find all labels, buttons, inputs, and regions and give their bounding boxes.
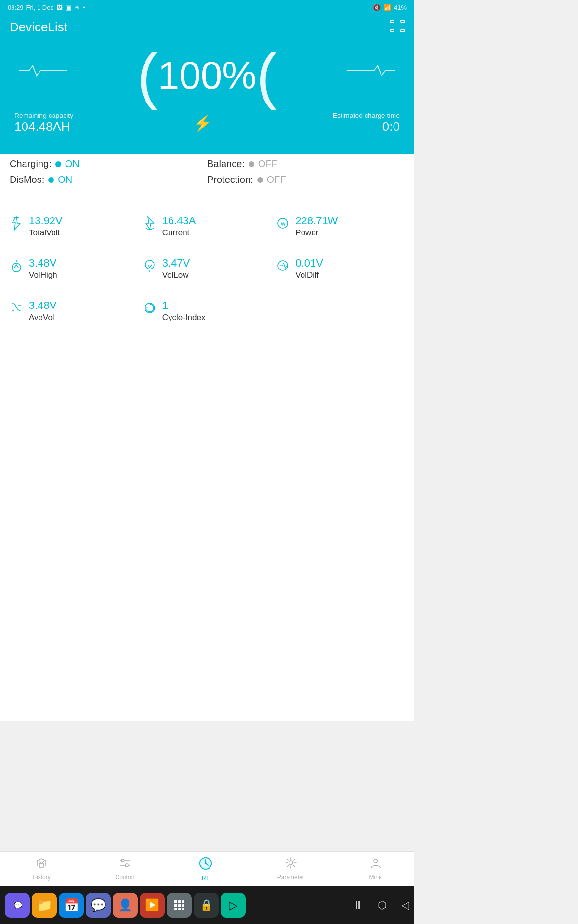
balance-dot [249,161,254,167]
totalvolt-value: 13.92V [29,215,63,227]
dot-indicator: • [83,4,85,11]
charge-time: Estimated charge time 0:0 [333,112,400,134]
taskbar-controls: ⏸ ⬡ ◁ [353,899,409,911]
recents-btn[interactable]: ◁ [401,899,409,911]
bracket-right: ) [256,44,277,107]
svg-rect-2 [390,30,394,32]
svg-rect-37 [174,908,177,910]
svg-rect-3 [401,30,405,32]
svg-rect-0 [390,20,394,22]
dismos-dot [48,177,54,183]
metric-voldiff: 0.01V VolDiff [276,257,405,280]
metric-avevol: 3.48V AveVol [10,299,138,322]
charging-value: ON [65,158,79,169]
control-nav-label: Control [116,874,134,881]
mine-nav-label: Mine [369,874,382,881]
android-taskbar: 💬 📁 📅 💬 👤 ▶️ [0,886,414,924]
svg-point-27 [289,861,293,865]
charging-dot [55,161,61,167]
section-divider [10,200,405,200]
svg-rect-35 [178,904,181,907]
bracket-left: ( [137,44,158,107]
app-grid[interactable] [167,893,192,918]
volhigh-value: 3.48V [29,257,57,270]
balance-value: OFF [258,158,277,169]
charge-time-value: 0:0 [333,119,400,134]
totalvolt-label: TotalVolt [29,228,63,238]
svg-text:W: W [281,221,286,227]
protection-value: OFF [267,174,286,185]
protection-status: Protection: OFF [207,174,405,185]
voldiff-value: 0.01V [295,257,323,270]
svg-point-28 [374,859,378,863]
balance-status: Balance: OFF [207,158,405,169]
app-play[interactable]: ▷ [221,893,246,918]
protection-label: Protection: [207,174,253,185]
metric-current: 16.43A Current [143,215,272,238]
metric-empty [276,299,405,322]
battery-info: Remaining capacity 104.48AH ⚡ Estimated … [10,112,405,134]
nav-history[interactable]: History [32,857,50,882]
svg-point-21 [125,864,128,867]
battery-percentage: 100% [158,56,257,95]
svg-rect-1 [401,20,405,22]
app-lock[interactable]: 🔒 [194,893,219,918]
vollow-icon [143,258,158,276]
pulse-left [19,64,67,80]
avevol-icon [10,300,24,319]
parameter-nav-label: Parameter [277,874,304,881]
mine-nav-icon [369,857,382,872]
charging-label: Charging: [10,158,52,169]
status-grid: Charging: ON Balance: OFF DisMos: ON Pro… [10,158,405,185]
remaining-value: 104.48AH [14,119,73,134]
cycle-icon [143,300,158,319]
bottom-nav: History Control RT [0,851,414,886]
app-messages[interactable]: 💬 [5,893,30,918]
app-header: DeviceList [0,15,414,35]
pulse-right [347,64,395,80]
nav-control[interactable]: Control [116,857,134,882]
history-nav-label: History [32,874,50,881]
scan-icon[interactable] [390,20,405,35]
charge-time-label: Estimated charge time [333,112,400,119]
app-folder[interactable]: 📁 [32,893,57,918]
current-value: 16.43A [162,215,196,227]
remaining-label: Remaining capacity [14,112,73,119]
avevol-value: 3.48V [29,299,57,312]
vollow-label: VolLow [162,270,190,280]
dismos-label: DisMos: [10,174,44,185]
dismos-value: ON [58,174,72,185]
app-chat[interactable]: 💬 [86,893,111,918]
rt-nav-label: RT [202,875,210,882]
history-nav-icon [35,857,48,872]
nav-rt[interactable]: RT [199,857,212,882]
charging-status: Charging: ON [10,158,207,169]
main-content: Charging: ON Balance: OFF DisMos: ON Pro… [0,144,414,721]
lightning-icon: ⚡ [193,114,212,132]
nav-mine[interactable]: Mine [369,857,382,882]
home-btn[interactable]: ⬡ [378,899,387,911]
back-btn[interactable]: ⏸ [353,899,363,911]
app-calendar[interactable]: 📅 [59,893,84,918]
page-title: DeviceList [10,20,67,35]
status-bar-right: 🔇 📶 41% [373,4,407,11]
metric-vollow: 3.47V VolLow [143,257,272,280]
svg-rect-39 [182,908,184,910]
app-media[interactable]: ▶️ [140,893,165,918]
svg-rect-17 [39,863,43,867]
protection-dot [257,177,263,183]
svg-rect-34 [174,904,177,907]
watt-icon: W [276,216,290,234]
mute-icon: 🔇 [373,4,381,11]
status-bar: 09:29 Fri, 1 Dec 🖼 ▣ ☀ • 🔇 📶 41% [0,0,414,15]
amp-icon [143,216,158,234]
svg-rect-36 [182,904,184,907]
metrics-row-1: 13.92V TotalVolt 16.43A Current [10,215,405,238]
metrics-row-2: 3.48V VolHigh 3.47V VolLow [10,257,405,280]
wifi-icon: 📶 [383,4,391,11]
app-contacts[interactable]: 👤 [113,893,138,918]
vollow-value: 3.47V [162,257,190,270]
balance-label: Balance: [207,158,245,169]
svg-point-13 [278,261,288,270]
nav-parameter[interactable]: Parameter [277,857,304,882]
